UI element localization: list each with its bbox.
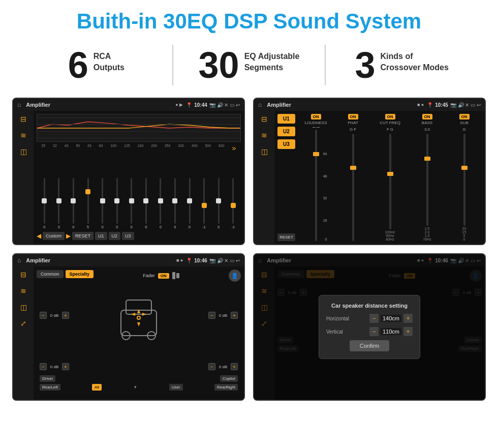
eq-slider-thumb[interactable] [42,198,47,203]
crossover-u1-button[interactable]: U1 [277,114,295,124]
dialog-horizontal-plus[interactable]: + [403,314,413,323]
channel-loudness-on[interactable]: ON [311,114,321,120]
fader-rearright-btn[interactable]: RearRight [214,384,238,391]
channel-phat-slider[interactable] [352,134,354,241]
crossover-reset-button[interactable]: RESET [277,233,295,241]
dialog-vertical-minus[interactable]: − [369,327,379,336]
channel-phat-thumb[interactable] [350,166,356,170]
eq-slider-4[interactable]: 0 [96,178,109,229]
channel-cutfreq-thumb[interactable] [387,172,393,176]
fader-fl-plus[interactable]: + [62,312,69,319]
eq-slider-thumb[interactable] [114,198,119,203]
eq-slider-12[interactable]: 0 [212,178,226,229]
channel-sub-on[interactable]: ON [459,114,470,120]
fader-rr-plus[interactable]: + [231,363,238,370]
fader-slider-mini-2[interactable] [176,273,179,278]
dialog-vertical-plus[interactable]: + [403,327,413,336]
channel-cutfreq-slider[interactable] [389,134,391,229]
eq-slider-track[interactable] [87,178,89,224]
fader-copilot-btn[interactable]: Copilot [220,375,238,382]
channel-bass-slider[interactable] [426,134,428,226]
fader-rl-minus[interactable]: − [40,363,47,370]
eq-slider-13[interactable]: -1 [227,178,240,229]
eq-preset-label[interactable]: Custom [43,232,65,240]
eq-slider-track[interactable] [218,178,220,224]
eq-slider-thumb[interactable] [231,203,236,208]
eq-slider-track[interactable] [160,178,161,224]
eq-slider-thumb[interactable] [71,198,76,203]
fader-on-badge[interactable]: ON [158,273,169,279]
eq-slider-5[interactable]: 0 [110,178,124,229]
fader-all-btn[interactable]: All [92,384,102,391]
eq-sidebar-wave-icon[interactable]: ≋ [20,131,26,139]
eq-slider-2[interactable]: 0 [67,178,80,229]
eq-slider-thumb[interactable] [129,198,134,203]
eq-slider-0[interactable]: 0 [38,178,51,229]
eq-slider-thumb[interactable] [56,198,61,203]
home-icon[interactable]: ⌂ [17,101,21,108]
fader-sidebar-wave-icon[interactable]: ≋ [20,287,26,295]
crossover-u2-button[interactable]: U2 [277,127,295,136]
eq-slider-10[interactable]: 0 [183,178,197,229]
eq-slider-track[interactable] [102,178,103,224]
eq-slider-track[interactable] [58,178,59,224]
fader-tab-common[interactable]: Common [37,270,64,278]
eq-prev-button[interactable]: ◀ [37,232,41,240]
crossover-sidebar-wave-icon[interactable]: ≋ [261,131,267,139]
eq-slider-track[interactable] [174,178,176,224]
channel-bass-on[interactable]: ON [422,114,432,120]
eq-slider-thumb[interactable] [216,198,221,203]
fader-rearleft-btn[interactable]: RearLeft [40,384,60,391]
eq-slider-thumb[interactable] [85,189,90,194]
eq-slider-thumb[interactable] [143,198,148,203]
fader-fl-minus[interactable]: − [40,312,47,319]
eq-slider-1[interactable]: 0 [52,178,66,229]
channel-bass-thumb[interactable] [424,157,430,161]
eq-slider-11[interactable]: -1 [197,178,211,229]
channel-sub-slider[interactable] [463,134,465,226]
dialog-horizontal-minus[interactable]: − [369,314,379,323]
eq-slider-7[interactable]: 0 [139,178,153,229]
channel-loudness-slider[interactable]: 64 48 32 16 0 [315,130,317,241]
fader-slider-mini-1[interactable] [172,272,175,279]
eq-slider-track[interactable] [116,178,118,224]
eq-slider-9[interactable]: 0 [168,178,182,229]
eq-u2-button[interactable]: U2 [109,232,121,240]
eq-slider-6[interactable]: 0 [124,178,138,229]
fader-user-btn[interactable]: User [169,384,183,391]
crossover-sidebar-eq-icon[interactable]: ⊟ [261,115,267,123]
eq-slider-8[interactable]: 0 [154,178,168,229]
eq-slider-track[interactable] [203,178,205,224]
eq-next-button[interactable]: ▶ [66,232,71,240]
home-icon[interactable]: ⌂ [258,101,262,108]
eq-slider-thumb[interactable] [172,198,177,203]
eq-slider-thumb[interactable] [100,198,105,203]
crossover-sidebar-speaker-icon[interactable]: ◫ [261,147,268,156]
fader-fr-minus[interactable]: − [208,312,215,319]
eq-slider-track[interactable] [44,178,45,224]
eq-u1-button[interactable]: U1 [95,232,107,240]
eq-slider-track[interactable] [145,178,147,224]
channel-cutfreq-on[interactable]: ON [385,114,395,120]
home-icon[interactable]: ⌂ [17,257,21,264]
dialog-confirm-button[interactable]: Confirm [350,340,390,351]
crossover-u3-button[interactable]: U3 [277,139,295,149]
eq-slider-thumb[interactable] [187,198,192,203]
fader-profile-icon[interactable]: 👤 [229,270,241,282]
channel-phat-on[interactable]: ON [348,114,358,120]
fader-sidebar-arrows-icon[interactable]: ⤢ [20,319,26,327]
fader-tab-specialty[interactable]: Specialty [66,270,94,278]
eq-more-icon[interactable]: » [232,144,236,152]
eq-slider-thumb[interactable] [158,198,163,203]
eq-sidebar-equalizer-icon[interactable]: ⊟ [20,115,26,123]
eq-u3-button[interactable]: U3 [122,232,134,240]
eq-slider-3[interactable]: 5 [81,178,95,229]
channel-sub-thumb[interactable] [461,166,468,170]
eq-slider-track[interactable] [189,178,191,224]
eq-slider-thumb[interactable] [202,203,207,208]
fader-fr-plus[interactable]: + [231,312,238,319]
fader-sidebar-eq-icon[interactable]: ⊟ [20,271,26,279]
channel-loudness-thumb[interactable] [313,152,319,156]
eq-slider-track[interactable] [131,178,132,224]
eq-slider-track[interactable] [232,178,234,224]
